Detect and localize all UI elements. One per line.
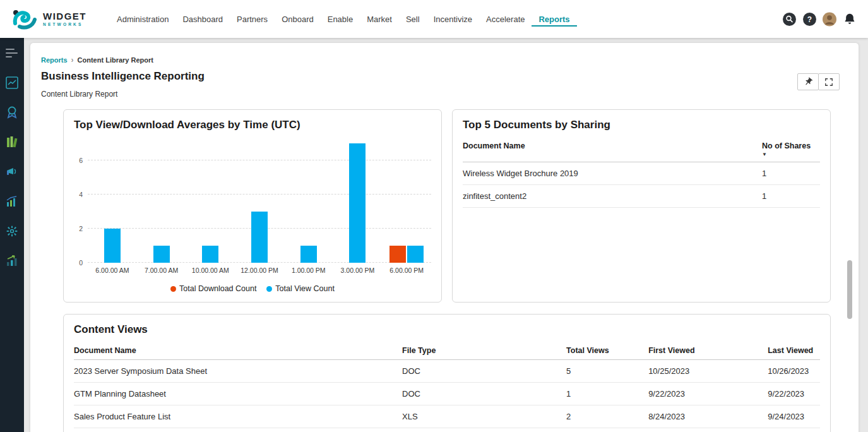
content-views-card: Content Views Document NameFile TypeTota… — [63, 314, 831, 432]
bar-group — [186, 140, 235, 263]
breadcrumb-reports[interactable]: Reports — [41, 56, 68, 64]
announce-icon[interactable] — [6, 165, 18, 178]
legend-dot-icon — [266, 286, 272, 292]
x-tick-label: 6.00.00 PM — [382, 267, 431, 274]
x-tick-label: 3.00.00 PM — [333, 267, 383, 274]
views-table-row[interactable]: Sales Product Feature ListXLS28/24/20239… — [74, 405, 820, 428]
x-tick-label: 6.00.00 AM — [88, 267, 137, 274]
chart-card-title: Top View/Download Averages by Time (UTC) — [74, 119, 431, 131]
scrollbar[interactable] — [847, 43, 852, 432]
avatar[interactable] — [823, 12, 836, 26]
nav-item-sell[interactable]: Sell — [399, 12, 427, 27]
bar-total-view-count — [202, 246, 218, 263]
bar-group — [88, 140, 137, 263]
chart-y-axis: 0246 — [74, 140, 88, 263]
y-tick-label: 2 — [79, 225, 83, 232]
fullscreen-button[interactable] — [818, 73, 840, 90]
y-tick-label: 0 — [79, 259, 83, 267]
pin-button[interactable] — [797, 73, 819, 90]
bar-total-download-count — [389, 246, 406, 263]
logo-subtitle: NETWORKS — [43, 23, 86, 27]
bar-total-view-count — [251, 212, 268, 263]
bar-group — [137, 140, 186, 263]
x-tick-label: 7.00.00 AM — [137, 267, 186, 274]
bar-group — [235, 140, 284, 263]
top-nav: AdministrationDashboardPartnersOnboardEn… — [110, 0, 577, 38]
views-table-row[interactable]: 2023 Server Symposium Data SheetDOC510/2… — [74, 360, 820, 383]
chart-legend: Total Download CountTotal View Count — [74, 284, 431, 293]
views-table-row[interactable]: Widget Global Business Solution PosterPD… — [74, 428, 820, 432]
sharing-column-document-name[interactable]: Document Name — [463, 134, 762, 162]
svg-text:?: ? — [807, 15, 811, 24]
content-panel: Reports › Content Library Report Busines… — [30, 43, 859, 432]
x-tick-label: 10.00.00 AM — [186, 267, 235, 274]
growth-chart-icon[interactable] — [6, 195, 18, 208]
breadcrumb: Reports › Content Library Report — [41, 56, 859, 64]
fullscreen-icon — [824, 78, 833, 87]
legend-dot-icon — [170, 286, 176, 292]
line-chart-icon[interactable] — [6, 76, 18, 89]
views-column-header[interactable]: Total Views — [566, 339, 648, 360]
content-views-title: Content Views — [74, 323, 820, 336]
legend-item: Total Download Count — [170, 284, 256, 293]
nav-item-dashboard[interactable]: Dashboard — [175, 12, 230, 27]
menu-icon[interactable] — [6, 47, 18, 59]
bar-group — [284, 140, 333, 263]
logo[interactable]: WIDGET NETWORKS — [11, 8, 105, 30]
views-column-header[interactable]: Last Viewed — [768, 339, 820, 360]
chart-x-labels: 6.00.00 AM7.00.00 AM10.00.00 AM12.00.00 … — [88, 267, 431, 274]
nav-item-incentivize[interactable]: Incentivize — [427, 12, 479, 27]
bar-chart: 0246 — [74, 140, 431, 263]
nav-item-enable[interactable]: Enable — [321, 12, 360, 27]
nav-item-market[interactable]: Market — [360, 12, 399, 27]
views-column-header[interactable]: First Viewed — [648, 339, 768, 360]
breadcrumb-current: Content Library Report — [78, 56, 153, 64]
bar-total-view-count — [104, 229, 121, 263]
views-table-head-row: Document NameFile TypeTotal ViewsFirst V… — [74, 339, 820, 360]
top-header: WIDGET NETWORKS AdministrationDashboardP… — [0, 0, 868, 38]
bar-group — [333, 140, 383, 263]
nav-item-partners[interactable]: Partners — [230, 12, 275, 27]
chart-bars — [88, 140, 431, 263]
search-icon[interactable] — [782, 12, 796, 26]
views-column-header[interactable]: Document Name — [74, 339, 402, 360]
views-column-header[interactable]: File Type — [402, 339, 566, 360]
sharing-table-row[interactable]: Wireless Widget Brochure 20191 — [463, 162, 820, 185]
views-table-row[interactable]: GTM Planning DatasheetDOC19/22/20239/22/… — [74, 383, 820, 405]
sharing-table: Document Name No of Shares ▼ Wireless Wi… — [463, 134, 820, 208]
sharing-table-row[interactable]: zinfitest_content21 — [463, 185, 820, 208]
logo-icon — [11, 8, 38, 30]
nav-item-accelerate[interactable]: Accelerate — [479, 12, 532, 27]
bar-total-view-count — [300, 246, 317, 263]
sharing-card: Top 5 Documents by Sharing Document Name… — [452, 109, 831, 303]
notifications-icon[interactable] — [843, 12, 857, 26]
breadcrumb-separator: › — [71, 56, 74, 64]
partners-icon[interactable] — [6, 106, 18, 119]
logo-title: WIDGET — [43, 11, 86, 21]
chart-plot — [88, 140, 431, 263]
page-subtitle: Content Library Report — [41, 90, 859, 99]
sharing-table-body: Wireless Widget Brochure 20191zinfitest_… — [463, 162, 820, 208]
cards-row: Top View/Download Averages by Time (UTC)… — [63, 109, 859, 303]
sharing-column-no-of-shares[interactable]: No of Shares ▼ — [762, 134, 820, 162]
nav-item-onboard[interactable]: Onboard — [275, 12, 321, 27]
help-icon[interactable]: ? — [802, 12, 816, 26]
performance-icon[interactable] — [6, 255, 18, 267]
settings-icon[interactable] — [6, 225, 18, 237]
sort-desc-icon: ▼ — [762, 152, 820, 157]
bar-total-view-count — [349, 143, 366, 263]
bar-total-view-count — [153, 246, 170, 263]
x-tick-label: 12.00.00 PM — [235, 267, 284, 274]
x-tick-label: 1.00.00 PM — [284, 267, 333, 274]
header-icons: ? — [782, 12, 857, 26]
page-title: Business Intelligence Reporting — [41, 70, 859, 83]
sharing-card-title: Top 5 Documents by Sharing — [463, 119, 820, 131]
nav-item-administration[interactable]: Administration — [110, 12, 175, 27]
bar-group — [382, 140, 431, 263]
content-views-table: Document NameFile TypeTotal ViewsFirst V… — [74, 339, 820, 432]
panel-actions — [797, 73, 840, 90]
views-table-body: 2023 Server Symposium Data SheetDOC510/2… — [74, 360, 820, 432]
nav-item-reports[interactable]: Reports — [532, 12, 576, 27]
library-icon[interactable] — [6, 136, 18, 148]
scrollbar-thumb[interactable] — [847, 260, 852, 319]
